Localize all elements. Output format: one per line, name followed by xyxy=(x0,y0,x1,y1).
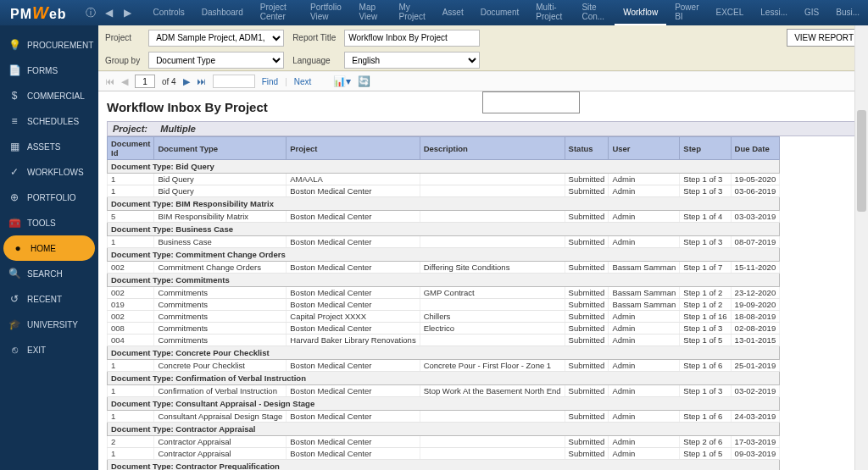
cell: Consultant Appraisal Design Stage xyxy=(154,411,287,423)
top-menu-item[interactable]: Asset xyxy=(434,0,472,25)
top-menu-item[interactable]: Site Con... xyxy=(573,0,615,25)
top-menu-item[interactable]: Multi-Project xyxy=(527,0,573,25)
group-header[interactable]: Document Type: Contractor Appraisal xyxy=(108,423,780,436)
table-row[interactable]: 1Contractor AppraisalBoston Medical Cent… xyxy=(108,448,780,460)
refresh-icon[interactable]: 🔄 xyxy=(358,75,370,87)
pager-prev-icon[interactable]: ◀ xyxy=(121,76,128,87)
column-header[interactable]: Document Id xyxy=(108,137,154,160)
sidebar-icon: 🧰 xyxy=(8,217,20,229)
group-header[interactable]: Document Type: Contractor Prequalificati… xyxy=(108,460,780,471)
sidebar-item[interactable]: ⎋EXIT xyxy=(0,337,98,362)
sidebar-item[interactable]: $COMMERCIAL xyxy=(0,83,98,108)
group-header[interactable]: Document Type: Commitments xyxy=(108,274,780,287)
cell: Step 1 of 3 xyxy=(680,323,731,335)
table-row[interactable]: 019CommitmentsBoston Medical CenterSubmi… xyxy=(108,299,780,311)
top-menu-item[interactable]: Workflow xyxy=(615,0,666,25)
sidebar-item[interactable]: 📄FORMS xyxy=(0,58,98,83)
view-report-button[interactable]: VIEW REPORT xyxy=(787,29,861,47)
group-by-select[interactable]: Document Type xyxy=(148,52,284,69)
export-icon[interactable]: 📊▾ xyxy=(333,75,351,87)
column-header[interactable]: Document Type xyxy=(154,137,287,160)
sidebar-item[interactable]: 🎓UNIVERSITY xyxy=(0,312,98,337)
column-header[interactable]: User xyxy=(609,137,680,160)
cell: Submitted xyxy=(565,385,609,397)
sidebar-item[interactable]: 🔍SEARCH xyxy=(0,261,98,286)
group-header[interactable]: Document Type: Commitment Change Orders xyxy=(108,248,780,262)
top-menu-item[interactable]: GIS xyxy=(796,0,827,25)
table-row[interactable]: 002CommitmentsCapital Project XXXXChille… xyxy=(108,311,780,323)
pager-page-input[interactable] xyxy=(135,75,155,88)
info-icon[interactable]: ⓘ xyxy=(84,6,97,19)
top-menu-item[interactable]: Lessi... xyxy=(752,0,796,25)
sidebar-label: COMMERCIAL xyxy=(27,91,85,101)
table-row[interactable]: 002CommitmentsBoston Medical CenterGMP C… xyxy=(108,287,780,299)
cell: 002 xyxy=(108,311,154,323)
sidebar-label: UNIVERSITY xyxy=(27,320,78,329)
sidebar-item[interactable]: ▦ASSETS xyxy=(0,134,98,159)
table-row[interactable]: 002Commitment Change OrdersBoston Medica… xyxy=(108,262,780,274)
sidebar-icon: ↺ xyxy=(8,293,20,305)
table-row[interactable]: 004CommitmentsHarvard Baker Library Reno… xyxy=(108,335,780,346)
top-menu-item[interactable]: Project Center xyxy=(252,0,302,25)
pager-next-icon[interactable]: ▶ xyxy=(183,76,190,87)
cell: Step 1 of 6 xyxy=(680,411,731,423)
sidebar-item[interactable]: ✓WORKFLOWS xyxy=(0,159,98,185)
group-by-label: Group by xyxy=(105,56,140,65)
top-menu-item[interactable]: Portfolio View xyxy=(302,0,351,25)
language-select[interactable]: English xyxy=(344,52,480,69)
table-row[interactable]: 1Consultant Appraisal Design StageBoston… xyxy=(108,411,780,423)
cell: 19-05-2020 xyxy=(731,174,780,185)
top-menu-item[interactable]: Dashboard xyxy=(193,0,252,25)
top-menu-item[interactable]: My Project xyxy=(391,0,434,25)
sidebar-item[interactable]: ●HOME xyxy=(3,235,95,261)
column-header[interactable]: Due Date xyxy=(731,137,780,160)
top-bar: PMWeb ⓘ ◀ ▶ ControlsDashboardProject Cen… xyxy=(0,0,868,25)
pager-search-input[interactable] xyxy=(213,75,255,88)
pager-find-link[interactable]: Find xyxy=(262,77,278,86)
pager-next-link[interactable]: Next xyxy=(294,77,312,86)
group-header[interactable]: Document Type: Consultant Appraisal - De… xyxy=(108,397,780,411)
group-header[interactable]: Document Type: Business Case xyxy=(108,223,780,236)
sidebar-item[interactable]: ↺RECENT xyxy=(0,286,98,312)
cell: Admin xyxy=(609,411,680,423)
group-header[interactable]: Document Type: Confirmation of Verbal In… xyxy=(108,372,780,385)
group-header[interactable]: Document Type: BIM Responsibility Matrix xyxy=(108,197,780,211)
top-menu-item[interactable]: EXCEL xyxy=(708,0,753,25)
top-menu-item[interactable]: Map View xyxy=(351,0,391,25)
sidebar-item[interactable]: ≡SCHEDULES xyxy=(0,108,98,134)
column-header[interactable]: Step xyxy=(680,137,731,160)
pager-first-icon[interactable]: ⏮ xyxy=(105,76,114,86)
table-row[interactable]: 1Bid QueryAMAALASubmittedAdminStep 1 of … xyxy=(108,174,780,185)
cell: Capital Project XXXX xyxy=(287,311,420,323)
filter-bar: Project ADM Sample Project, ADM1, AHC01,… xyxy=(98,25,868,71)
table-row[interactable]: 5BIM Responsibility MatrixBoston Medical… xyxy=(108,211,780,223)
top-menu-item[interactable]: Busi... xyxy=(827,0,868,25)
table-row[interactable]: 1Concrete Pour ChecklistBoston Medical C… xyxy=(108,360,780,372)
top-menu-item[interactable]: Document xyxy=(472,0,528,25)
column-header[interactable]: Project xyxy=(287,137,420,160)
project-select[interactable]: ADM Sample Project, ADM1, AHC01, AM... xyxy=(148,30,284,47)
table-row[interactable]: 1Confirmation of Verbal InstructionBosto… xyxy=(108,385,780,397)
top-menu-item[interactable]: Controls xyxy=(145,0,193,25)
column-header[interactable]: Description xyxy=(420,137,565,160)
report-title-input[interactable] xyxy=(344,30,480,47)
column-header[interactable]: Status xyxy=(565,137,609,160)
sidebar-item[interactable]: ⊕PORTFOLIO xyxy=(0,185,98,210)
nav-prev-icon[interactable]: ◀ xyxy=(103,6,116,19)
nav-next-icon[interactable]: ▶ xyxy=(121,6,135,19)
vertical-scrollbar[interactable] xyxy=(854,25,868,470)
table-row[interactable]: 1Business CaseBoston Medical CenterSubmi… xyxy=(108,236,780,248)
table-row[interactable]: 2Contractor AppraisalBoston Medical Cent… xyxy=(108,436,780,448)
cell: Chillers xyxy=(420,311,565,323)
table-row[interactable]: 1Bid QueryBoston Medical CenterSubmitted… xyxy=(108,185,780,197)
group-header[interactable]: Document Type: Concrete Pour Checklist xyxy=(108,346,780,360)
table-row[interactable]: 008CommitmentsBoston Medical CenterElect… xyxy=(108,323,780,335)
cell: Boston Medical Center xyxy=(287,287,420,299)
top-menu-item[interactable]: Power BI xyxy=(666,0,707,25)
sidebar-item[interactable]: 🧰TOOLS xyxy=(0,210,98,235)
group-header[interactable]: Document Type: Bid Query xyxy=(108,160,780,174)
pager-last-icon[interactable]: ⏭ xyxy=(197,76,206,86)
sidebar-item[interactable]: 💡PROCUREMENT xyxy=(0,32,98,58)
cell: Step 1 of 4 xyxy=(680,211,731,223)
pager-bar: ⏮ ◀ of 4 ▶ ⏭ Find | Next 📊▾ 🔄 xyxy=(98,71,868,91)
